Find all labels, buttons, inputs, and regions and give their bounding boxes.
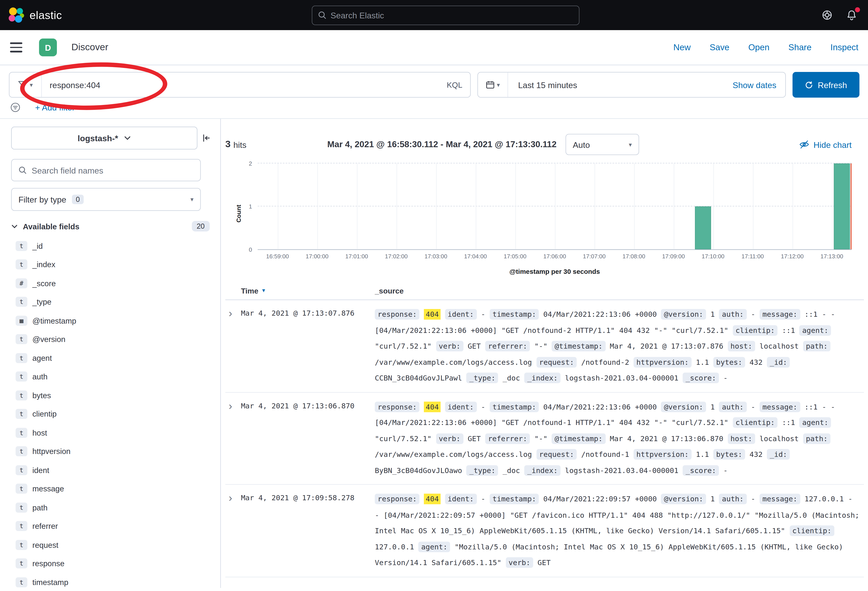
- field-type-icon: t: [16, 409, 27, 419]
- field-item[interactable]: t agent: [11, 349, 211, 367]
- source-field-badge: auth:: [719, 401, 747, 412]
- open-button[interactable]: Open: [748, 43, 769, 52]
- time-range-value[interactable]: Last 15 minutes: [508, 80, 733, 90]
- field-type-icon: t: [16, 577, 27, 587]
- global-search[interactable]: [311, 5, 579, 25]
- histogram-bar[interactable]: [695, 206, 711, 249]
- field-item[interactable]: t timestamp: [11, 573, 211, 588]
- field-item[interactable]: t request: [11, 535, 211, 554]
- source-value-highlight: 404: [424, 309, 440, 320]
- source-field-badge: _score:: [683, 372, 719, 383]
- source-value: -: [481, 310, 485, 319]
- elastic-brand[interactable]: elastic: [8, 7, 62, 24]
- notification-badge: [855, 7, 860, 12]
- field-item[interactable]: t referrer: [11, 517, 211, 535]
- interval-select[interactable]: Auto ▾: [565, 134, 639, 155]
- filter-funnel-icon: [18, 80, 27, 89]
- expand-row-button[interactable]: ›: [225, 399, 241, 412]
- hide-chart-button[interactable]: Hide chart: [799, 139, 852, 149]
- field-type-icon: t: [16, 428, 27, 437]
- global-search-input[interactable]: [331, 10, 573, 20]
- index-pattern-selector[interactable]: logstash-*: [11, 127, 198, 149]
- source-field-badge: message:: [760, 309, 800, 320]
- source-field-badge: timestamp:: [490, 309, 539, 320]
- source-field-badge: response:: [375, 309, 419, 320]
- x-tick-label: 17:10:00: [701, 253, 724, 259]
- field-type-icon: t: [16, 521, 27, 531]
- chevron-down-icon: ▾: [629, 142, 632, 148]
- refresh-button[interactable]: Refresh: [793, 72, 859, 98]
- time-column-header[interactable]: Time▼: [241, 287, 375, 295]
- field-item[interactable]: t httpversion: [11, 442, 211, 461]
- expand-row-button[interactable]: ›: [225, 491, 241, 505]
- filter-by-type-button[interactable]: Filter by type 0 ▾: [11, 188, 201, 211]
- date-picker-menu-button[interactable]: ▾: [478, 72, 508, 97]
- new-button[interactable]: New: [673, 43, 691, 52]
- field-item[interactable]: t _index: [11, 255, 211, 274]
- histogram-bar[interactable]: [834, 163, 850, 249]
- source-field-badge: agent:: [799, 325, 831, 335]
- field-item[interactable]: t host: [11, 423, 211, 442]
- saved-query-menu-button[interactable]: ▾: [9, 72, 42, 97]
- brand-name: elastic: [30, 9, 62, 21]
- add-filter-button[interactable]: + Add filter: [35, 103, 75, 112]
- field-item[interactable]: t clientip: [11, 405, 211, 423]
- source-field-badge: message:: [760, 493, 800, 504]
- field-item[interactable]: ▦ @timestamp: [11, 311, 211, 330]
- show-dates-button[interactable]: Show dates: [732, 80, 785, 90]
- hits-label: hits: [233, 140, 247, 149]
- field-search[interactable]: [11, 159, 201, 181]
- query-language-toggle[interactable]: KQL: [447, 80, 470, 89]
- field-item[interactable]: t auth: [11, 367, 211, 386]
- save-button[interactable]: Save: [710, 43, 729, 52]
- menu-icon[interactable]: [10, 43, 22, 52]
- notifications-icon[interactable]: [846, 9, 857, 21]
- field-item[interactable]: t bytes: [11, 386, 211, 405]
- field-item[interactable]: t message: [11, 479, 211, 498]
- field-item[interactable]: t ident: [11, 461, 211, 479]
- x-tick-label: 17:07:00: [583, 253, 606, 259]
- sort-desc-icon: ▼: [261, 288, 266, 293]
- app-header: D Discover New Save Open Share Inspect: [0, 30, 868, 65]
- field-search-input[interactable]: [32, 165, 193, 175]
- table-header: Time▼ _source: [225, 287, 864, 300]
- source-field-badge: clientip:: [733, 417, 778, 428]
- source-value: 1: [710, 495, 715, 503]
- source-value: -: [751, 310, 755, 319]
- source-value: 432: [749, 358, 762, 366]
- field-type-icon: t: [16, 241, 27, 251]
- chevron-down-icon: ▾: [497, 82, 500, 88]
- source-field-badge: host:: [728, 433, 755, 444]
- source-value: "curl/7.52.1": [375, 342, 431, 350]
- document-row: › Mar 4, 2021 @ 17:09:58.278 response: 4…: [225, 485, 864, 577]
- source-field-badge: path:: [803, 341, 831, 352]
- source-field-badge: message:: [760, 401, 800, 412]
- field-item[interactable]: t _id: [11, 236, 211, 255]
- gridline: [594, 163, 595, 249]
- field-item[interactable]: t @version: [11, 330, 211, 349]
- field-item[interactable]: t response: [11, 554, 211, 573]
- source-value-highlight: 404: [424, 401, 440, 412]
- source-value: 1: [710, 402, 715, 411]
- inspect-button[interactable]: Inspect: [830, 43, 858, 52]
- collapse-sidebar-icon[interactable]: [202, 133, 211, 143]
- elastic-logo: [8, 7, 25, 24]
- field-item[interactable]: t path: [11, 498, 211, 517]
- source-field-badge: response:: [375, 493, 419, 504]
- field-type-icon: t: [16, 334, 27, 344]
- field-item[interactable]: # _score: [11, 274, 211, 293]
- expand-row-button[interactable]: ›: [225, 307, 241, 320]
- help-icon[interactable]: [822, 9, 833, 21]
- source-value: "-": [534, 342, 548, 350]
- source-value: 432: [749, 450, 762, 459]
- field-item[interactable]: t _type: [11, 293, 211, 311]
- fields-sidebar: logstash-*: [0, 119, 221, 588]
- query-input[interactable]: [42, 80, 447, 90]
- y-tick-label: 2: [249, 160, 252, 167]
- share-button[interactable]: Share: [788, 43, 811, 52]
- filter-icon[interactable]: [10, 102, 21, 113]
- document-time: Mar 4, 2021 @ 17:09:58.278: [241, 491, 375, 502]
- source-field-badge: _index:: [524, 465, 561, 476]
- available-fields-header[interactable]: Available fields 20: [11, 221, 210, 232]
- source-field-badge: clientip:: [790, 526, 834, 536]
